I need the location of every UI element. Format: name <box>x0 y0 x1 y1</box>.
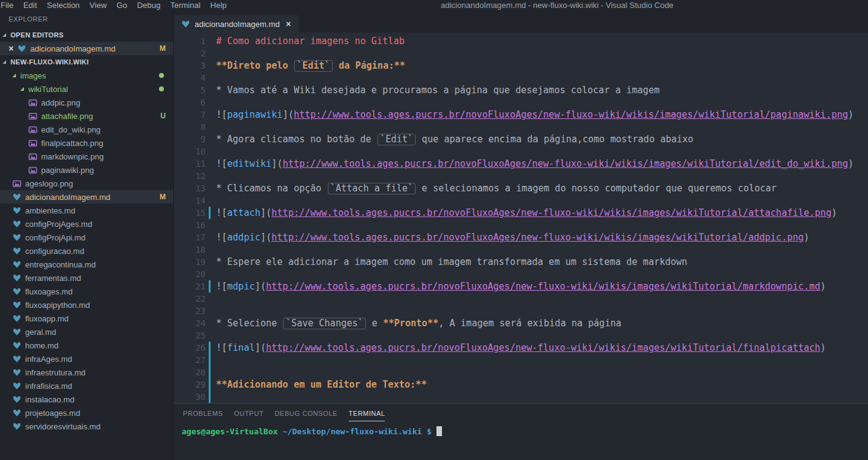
terminal-user: ages@ages-VirtualBox <box>182 427 278 436</box>
menu-terminal[interactable]: Terminal <box>165 1 205 10</box>
editor-line-24[interactable]: 24* Selecione `Save Changes` e **Pronto*… <box>174 317 868 329</box>
tree-item-geral-md[interactable]: geral.md <box>0 325 173 339</box>
editor-line-5[interactable]: 5* Vamos até a Wiki desejada e procuramo… <box>174 84 868 96</box>
line-number: 26 <box>174 342 206 354</box>
tree-item-label: edit_do_wiki.png <box>41 125 101 134</box>
tab-adicionandoimagem-md[interactable]: adicionandoImagem.md × <box>174 15 298 33</box>
editor-line-29[interactable]: 29**Adicionando em um Editor de Texto:** <box>174 378 868 391</box>
menu-file[interactable]: File <box>0 1 18 10</box>
open-editor-label: adicionandoImagem.md <box>30 44 115 53</box>
tree-item-wikitutorial[interactable]: wikiTutorial <box>0 82 173 96</box>
editor-line-10[interactable]: 10 <box>174 145 868 158</box>
tree-item-projetoages-md[interactable]: projetoages.md <box>0 406 173 420</box>
terminal[interactable]: ages@ages-VirtualBox ~/Desktop/new-fluxo… <box>174 421 868 436</box>
editor-line-23[interactable]: 23 <box>174 305 868 317</box>
menu-view[interactable]: View <box>85 1 112 10</box>
menu-go[interactable]: Go <box>112 1 132 10</box>
editor-line-25[interactable]: 25 <box>174 329 868 342</box>
panel-tab-terminal[interactable]: TERMINAL <box>349 410 386 421</box>
panel-tab-problems[interactable]: PROBLEMS <box>183 410 223 421</box>
tree-item-label: images <box>20 71 46 80</box>
close-icon[interactable]: × <box>286 19 291 29</box>
gutter-modified-marker <box>206 207 216 219</box>
tree-item-label: paginawiki.png <box>41 166 94 175</box>
panel-tab-output[interactable]: OUTPUT <box>234 410 263 421</box>
markdown-icon <box>181 20 190 29</box>
line-number: 8 <box>174 121 206 133</box>
editor-line-28[interactable]: 28 <box>174 366 868 378</box>
menu-debug[interactable]: Debug <box>132 1 165 10</box>
tree-item-home-md[interactable]: home.md <box>0 339 173 352</box>
tree-item-edit-do-wiki-png[interactable]: edit_do_wiki.png <box>0 123 173 136</box>
panel-tab-debug-console[interactable]: DEBUG CONSOLE <box>274 410 337 421</box>
line-number: 3 <box>174 59 206 72</box>
tree-item-ambientes-md[interactable]: ambientes.md <box>0 204 173 217</box>
tree-item-label: configuracao.md <box>25 247 84 256</box>
close-icon[interactable]: × <box>9 44 14 53</box>
tree-item-addpic-png[interactable]: addpic.png <box>0 96 173 109</box>
menu-help[interactable]: Help <box>206 1 232 10</box>
tree-item-configprojapi-md[interactable]: configProjApi.md <box>0 231 173 244</box>
editor-line-4[interactable]: 4 <box>174 72 868 84</box>
editor-line-21[interactable]: 21![mdpic](http://www.tools.ages.pucrs.b… <box>174 280 868 293</box>
line-number: 20 <box>174 268 206 280</box>
tree-item-fluxoapipython-md[interactable]: fluxoapipython.md <box>0 298 173 312</box>
editor-line-9[interactable]: 9* Agora clicamos no botão de `Edit` que… <box>174 133 868 145</box>
editor-line-16[interactable]: 16 <box>174 219 868 231</box>
editor-line-2[interactable]: 2 <box>174 47 868 59</box>
line-number: 21 <box>174 280 206 293</box>
editor-line-8[interactable]: 8 <box>174 121 868 133</box>
editor-line-14[interactable]: 14 <box>174 194 868 207</box>
editor-line-19[interactable]: 19* Espere ele adicionar a imagem como u… <box>174 256 868 268</box>
editor-line-18[interactable]: 18 <box>174 243 868 256</box>
tree-item-infraages-md[interactable]: infraAges.md <box>0 352 173 366</box>
editor-line-22[interactable]: 22 <box>174 293 868 305</box>
editor-line-11[interactable]: 11![editwiki](http://www.tools.ages.pucr… <box>174 158 868 170</box>
tree-item-adicionandoimagem-md[interactable]: adicionandoImagem.mdM <box>0 190 173 204</box>
editor-line-13[interactable]: 13* Clicamos na opção `Attach a file` e … <box>174 182 868 194</box>
line-number: 13 <box>174 182 206 194</box>
tree-item-markdownpic-png[interactable]: markdownpic.png <box>0 150 173 163</box>
tree-item-servidoresvirtuais-md[interactable]: servidoresvirtuais.md <box>0 420 173 433</box>
editor-line-12[interactable]: 12 <box>174 170 868 182</box>
editor-line-1[interactable]: 1# Como adicionar imagens no Gitlab <box>174 35 868 47</box>
editor-line-6[interactable]: 6 <box>174 96 868 109</box>
tree-item-paginawiki-png[interactable]: paginawiki.png <box>0 163 173 177</box>
code-text: ![attach](http://www.tools.ages.pucrs.br… <box>216 207 837 219</box>
tree-item-label: projetoages.md <box>25 408 80 418</box>
editor-pane[interactable]: 1# Como adicionar imagens no Gitlab23**D… <box>174 33 868 403</box>
tree-item-fluxoages-md[interactable]: fluxoages.md <box>0 285 173 298</box>
open-editors-header[interactable]: OPEN EDITORS <box>0 28 173 42</box>
markdown-icon <box>12 274 21 283</box>
tree-item-infraestrutura-md[interactable]: infraestrutura.md <box>0 366 173 379</box>
tree-item-fluxoapp-md[interactable]: fluxoapp.md <box>0 312 173 325</box>
tree-item-attachafile-png[interactable]: attachafile.pngU <box>0 109 173 123</box>
editor-line-26[interactable]: 26![final](http://www.tools.ages.pucrs.b… <box>174 342 868 354</box>
gutter-modified-marker <box>206 342 216 354</box>
gutter <box>206 182 216 194</box>
terminal-cursor <box>436 426 442 436</box>
tree-item-images[interactable]: images <box>0 69 173 82</box>
tree-item-finalpicattach-png[interactable]: finalpicattach.png <box>0 136 173 150</box>
tree-item-ageslogo-png[interactable]: ageslogo.png <box>0 177 173 190</box>
menu-selection[interactable]: Selection <box>42 1 84 10</box>
editor-line-27[interactable]: 27 <box>174 354 868 366</box>
open-editor-adicionandoimagem-md[interactable]: ×adicionandoImagem.mdM <box>0 42 173 55</box>
code-text: # Como adicionar imagens no Gitlab <box>216 35 405 47</box>
tree-item-ferramentas-md[interactable]: ferramentas.md <box>0 271 173 285</box>
markdown-icon <box>12 422 21 431</box>
menu-edit[interactable]: Edit <box>18 1 42 10</box>
tree-item-configprojages-md[interactable]: configProjAges.md <box>0 217 173 231</box>
tree-item-infrafisica-md[interactable]: infrafisica.md <box>0 379 173 393</box>
tree-item-instalacao-md[interactable]: instalacao.md <box>0 393 173 406</box>
editor-line-20[interactable]: 20 <box>174 268 868 280</box>
editor-line-30[interactable]: 30 <box>174 391 868 403</box>
editor-line-7[interactable]: 7![paginawiki](http://www.tools.ages.puc… <box>174 109 868 121</box>
image-icon <box>28 125 37 134</box>
tree-item-entregacontinua-md[interactable]: entregacontinua.md <box>0 258 173 271</box>
tree-item-configuracao-md[interactable]: configuracao.md <box>0 244 173 258</box>
editor-line-3[interactable]: 3**Direto pelo `Edit` da Página:** <box>174 59 868 72</box>
project-folder-header[interactable]: NEW-FLUXO-WIKI.WIKI <box>0 55 173 69</box>
editor-line-17[interactable]: 17![addpic](http://www.tools.ages.pucrs.… <box>174 231 868 243</box>
editor-line-15[interactable]: 15![attach](http://www.tools.ages.pucrs.… <box>174 207 868 219</box>
